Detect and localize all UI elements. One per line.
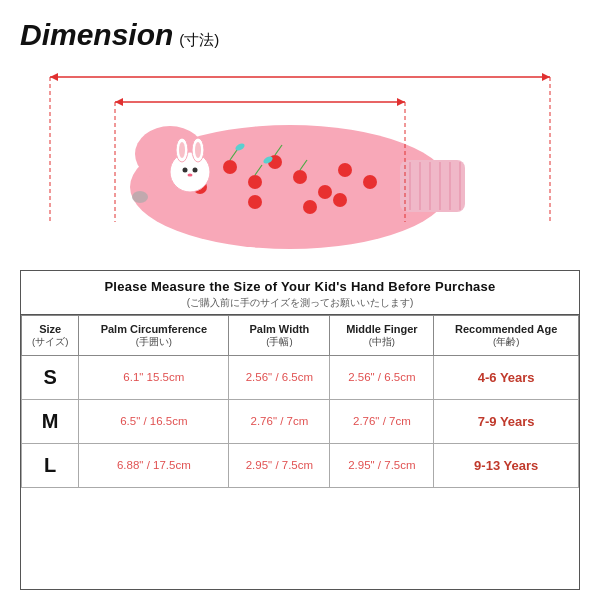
page-container: Dimension (寸法) <box>0 0 600 600</box>
table-title-line1: Please Measure the Size of Your Kid's Ha… <box>27 279 573 294</box>
svg-point-12 <box>293 170 307 184</box>
palm-circ-s: 6.1" 15.5cm <box>79 355 229 399</box>
svg-point-28 <box>192 138 204 162</box>
age-s: 4-6 Years <box>434 355 579 399</box>
svg-marker-37 <box>542 73 550 81</box>
svg-point-0 <box>130 125 450 249</box>
table-title-line2: (ご購入前に手のサイズを測ってお願いいたします) <box>27 296 573 310</box>
svg-marker-41 <box>115 98 123 106</box>
palm-width-m: 2.76" / 7cm <box>229 399 330 443</box>
svg-point-26 <box>170 152 210 192</box>
svg-point-14 <box>338 163 352 177</box>
image-area <box>20 62 580 262</box>
table-header: Please Measure the Size of Your Kid's Ha… <box>21 271 579 315</box>
palm-circ-l: 6.88" / 17.5cm <box>79 443 229 487</box>
size-table-wrapper: Please Measure the Size of Your Kid's Ha… <box>20 270 580 590</box>
palm-width-s: 2.56" / 6.5cm <box>229 355 330 399</box>
svg-point-16 <box>248 195 262 209</box>
svg-point-25 <box>262 155 274 165</box>
svg-point-24 <box>234 142 246 152</box>
size-cell-s: S <box>22 355 79 399</box>
size-cell-l: L <box>22 443 79 487</box>
svg-line-21 <box>255 165 262 175</box>
middle-finger-s: 2.56" / 6.5cm <box>330 355 434 399</box>
dimension-svg <box>20 62 580 262</box>
svg-point-32 <box>193 168 198 173</box>
col-middle-finger: Middle Finger (中指) <box>330 316 434 356</box>
svg-line-20 <box>230 150 237 160</box>
col-recommended-age: Recommended Age (年齢) <box>434 316 579 356</box>
svg-rect-2 <box>400 160 465 212</box>
size-cell-m: M <box>22 399 79 443</box>
table-row: L6.88" / 17.5cm2.95" / 7.5cm2.95" / 7.5c… <box>22 443 579 487</box>
svg-point-9 <box>223 160 237 174</box>
svg-point-10 <box>248 175 262 189</box>
svg-point-29 <box>179 142 185 158</box>
age-m: 7-9 Years <box>434 399 579 443</box>
age-l: 9-13 Years <box>434 443 579 487</box>
title-main: Dimension <box>20 18 173 52</box>
palm-circ-m: 6.5" / 16.5cm <box>79 399 229 443</box>
title-row: Dimension (寸法) <box>20 18 580 52</box>
svg-marker-36 <box>50 73 58 81</box>
middle-finger-l: 2.95" / 7.5cm <box>330 443 434 487</box>
size-table: Size (サイズ) Palm Circumference (手囲い) Palm… <box>21 315 579 488</box>
svg-point-19 <box>193 180 207 194</box>
svg-point-18 <box>333 193 347 207</box>
col-palm-circ: Palm Circumference (手囲い) <box>79 316 229 356</box>
svg-point-31 <box>183 168 188 173</box>
table-header-row: Size (サイズ) Palm Circumference (手囲い) Palm… <box>22 316 579 356</box>
svg-point-30 <box>195 142 201 158</box>
table-row: S6.1" 15.5cm2.56" / 6.5cm2.56" / 6.5cm4-… <box>22 355 579 399</box>
svg-point-13 <box>318 185 332 199</box>
col-palm-width: Palm Width (手幅) <box>229 316 330 356</box>
svg-point-15 <box>363 175 377 189</box>
svg-point-33 <box>188 174 193 177</box>
svg-point-27 <box>176 138 188 162</box>
svg-line-23 <box>300 160 307 170</box>
svg-point-34 <box>132 191 148 203</box>
title-sub: (寸法) <box>179 31 219 50</box>
palm-width-l: 2.95" / 7.5cm <box>229 443 330 487</box>
svg-line-22 <box>275 145 282 155</box>
svg-point-11 <box>268 155 282 169</box>
table-row: M6.5" / 16.5cm2.76" / 7cm2.76" / 7cm7-9 … <box>22 399 579 443</box>
col-size: Size (サイズ) <box>22 316 79 356</box>
svg-marker-42 <box>397 98 405 106</box>
middle-finger-m: 2.76" / 7cm <box>330 399 434 443</box>
svg-point-17 <box>303 200 317 214</box>
svg-point-1 <box>135 126 205 182</box>
